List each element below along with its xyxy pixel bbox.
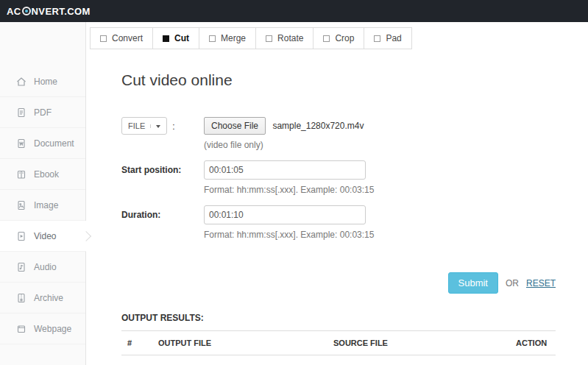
duration-field: Format: hh:mm:ss[.xxx]. Example: 00:03:1…	[204, 205, 374, 240]
sidebar-item-label: Webpage	[34, 324, 71, 334]
home-icon	[16, 77, 26, 87]
file-row: FILE : Choose File sample_1280x720.m4v (…	[121, 117, 556, 150]
video-file-icon	[16, 231, 26, 241]
column-header-output-file: OUTPUT FILE	[152, 331, 327, 355]
tab-cut[interactable]: Cut	[152, 27, 199, 49]
file-source-selector: FILE :	[121, 117, 204, 150]
duration-input[interactable]	[204, 205, 366, 224]
duration-row: Duration: Format: hh:mm:ss[.xxx]. Exampl…	[121, 205, 556, 240]
tab-crop[interactable]: Crop	[313, 27, 364, 49]
page-title: Cut video online	[121, 71, 556, 89]
topbar: AC NVERT.COM	[0, 0, 588, 22]
logo-text-right: NVERT.COM	[32, 6, 91, 17]
sidebar-item-home[interactable]: Home	[0, 66, 85, 97]
sidebar-item-video[interactable]: Video	[0, 221, 86, 252]
sidebar-item-audio[interactable]: Audio	[0, 252, 85, 283]
square-filled-icon	[163, 35, 169, 42]
colon-separator: :	[172, 117, 174, 132]
archive-file-icon	[16, 293, 26, 303]
start-position-row: Start position: Format: hh:mm:ss[.xxx]. …	[121, 160, 556, 195]
file-source-dropdown-label: FILE	[128, 121, 145, 130]
logo-circle-icon	[22, 7, 31, 15]
column-header-source-file: SOURCE FILE	[327, 331, 510, 355]
audio-file-icon	[16, 262, 26, 272]
content-area: Cut video online FILE : Choose File samp…	[86, 71, 588, 365]
webpage-icon	[16, 324, 26, 334]
sidebar-item-pdf[interactable]: PDF	[0, 97, 85, 128]
logo-text-left: AC	[7, 6, 21, 17]
source-file-name: sample_1280x720.m4v	[327, 355, 510, 365]
file-field: Choose File sample_1280x720.m4v (video f…	[204, 117, 364, 150]
square-outline-icon	[209, 35, 216, 42]
reset-link[interactable]: RESET	[526, 278, 556, 288]
choose-file-button[interactable]: Choose File	[204, 117, 266, 135]
cut-form: FILE : Choose File sample_1280x720.m4v (…	[121, 117, 556, 240]
sidebar-item-archive[interactable]: Archive	[0, 283, 85, 313]
selected-file-name: sample_1280x720.m4v	[272, 121, 364, 131]
sidebar-item-label: Image	[34, 200, 58, 210]
image-file-icon	[16, 200, 26, 210]
table-row: 1 s3k7j-xrvdz.m4v sample_1280x720.m4v	[121, 355, 556, 365]
tab-convert[interactable]: Convert	[90, 27, 153, 49]
sidebar-item-label: Document	[34, 138, 74, 149]
ebook-icon	[16, 169, 26, 180]
sidebar-item-label: Video	[34, 231, 56, 241]
sidebar-item-document[interactable]: Document	[0, 128, 85, 159]
sidebar-item-label: Ebook	[34, 169, 59, 180]
output-results-table: # OUTPUT FILE SOURCE FILE ACTION 1 s3k7j…	[121, 330, 556, 365]
tab-label: Merge	[221, 33, 246, 43]
tab-label: Cut	[174, 33, 189, 43]
square-outline-icon	[266, 35, 272, 42]
main-content: Convert Cut Merge Rotate Crop Pad Cut vi…	[86, 27, 588, 365]
start-position-input[interactable]	[204, 160, 366, 180]
square-outline-icon	[323, 35, 330, 42]
tab-pad[interactable]: Pad	[364, 27, 411, 49]
sidebar: Home PDF Document Ebook Image Video Au	[0, 22, 86, 365]
sidebar-item-label: Archive	[34, 293, 63, 303]
sidebar-item-label: PDF	[34, 107, 52, 118]
caret-down-icon	[150, 124, 160, 128]
or-label: OR	[506, 278, 519, 288]
square-outline-icon	[100, 35, 107, 42]
logo[interactable]: AC NVERT.COM	[7, 6, 91, 17]
tab-rotate[interactable]: Rotate	[255, 27, 314, 49]
submit-row: Submit OR RESET	[121, 272, 556, 294]
tab-label: Crop	[335, 33, 354, 43]
column-header-index: #	[121, 331, 152, 355]
document-file-icon	[16, 138, 26, 149]
sidebar-item-label: Audio	[34, 262, 57, 272]
row-index: 1	[121, 355, 152, 365]
duration-label: Duration:	[121, 205, 204, 240]
square-outline-icon	[374, 35, 380, 42]
submit-button[interactable]: Submit	[448, 272, 498, 294]
sidebar-item-ebook[interactable]: Ebook	[0, 159, 85, 190]
tab-merge[interactable]: Merge	[199, 27, 256, 49]
tool-tabbar: Convert Cut Merge Rotate Crop Pad	[90, 27, 588, 49]
pdf-file-icon	[16, 107, 26, 118]
sidebar-item-image[interactable]: Image	[0, 190, 85, 221]
tab-label: Rotate	[277, 33, 303, 43]
table-header-row: # OUTPUT FILE SOURCE FILE ACTION	[121, 331, 556, 355]
start-position-label: Start position:	[121, 160, 204, 195]
duration-hint: Format: hh:mm:ss[.xxx]. Example: 00:03:1…	[204, 230, 374, 240]
tab-label: Pad	[386, 33, 401, 43]
output-results-title: OUTPUT RESULTS:	[121, 313, 556, 323]
file-source-dropdown[interactable]: FILE	[121, 117, 167, 135]
column-header-action: ACTION	[510, 331, 556, 355]
sidebar-item-label: Home	[34, 77, 57, 87]
start-position-field: Format: hh:mm:ss[.xxx]. Example: 00:03:1…	[204, 160, 374, 195]
sidebar-item-webpage[interactable]: Webpage	[0, 313, 85, 344]
tab-label: Convert	[112, 33, 143, 43]
file-type-hint: (video file only)	[204, 140, 364, 150]
start-position-hint: Format: hh:mm:ss[.xxx]. Example: 00:03:1…	[204, 185, 374, 195]
action-cell	[510, 355, 556, 365]
